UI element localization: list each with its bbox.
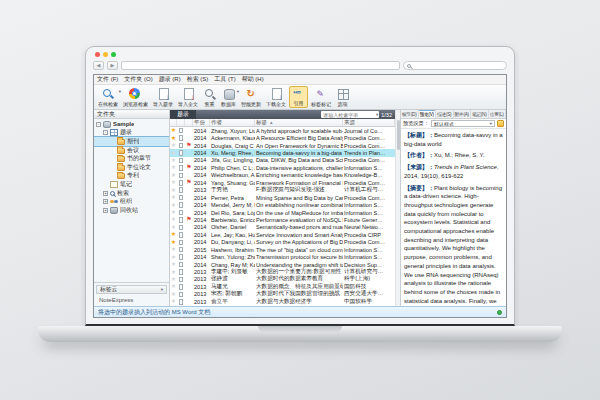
table-row[interactable]: ★ ⚑ 2015 Hashem, Ibrahim Ab… The rise of…: [170, 246, 395, 253]
tree-item[interactable]: 笔记: [94, 180, 169, 189]
tree-item[interactable]: + 检索: [94, 189, 169, 198]
star-icon[interactable]: ★: [171, 150, 176, 157]
table-row[interactable]: ★ ⚑ 2014 Zhang, Xuyun; Liu,… A hybrid ap…: [170, 127, 395, 134]
toolbar-button[interactable]: ▾ 导入题录: [151, 86, 175, 108]
tree-item[interactable]: 会议: [94, 146, 169, 155]
table-row[interactable]: ★ ⚑ 2014 Ackermann, Klaus; A… A Resource…: [170, 134, 395, 141]
tree-item[interactable]: + 组织: [94, 197, 169, 206]
star-icon[interactable]: ★: [171, 187, 176, 194]
tree-item[interactable]: 期刊: [94, 137, 169, 146]
close-window-icon[interactable]: [95, 52, 100, 57]
star-icon[interactable]: ★: [171, 127, 176, 134]
table-row[interactable]: ★ ⚑ 2014 Jifa, Gu; Lingling, Zh… Data, D…: [170, 157, 395, 164]
detail-tab[interactable]: 综述(S): [436, 110, 454, 118]
menu-item[interactable]: 工具 (T): [214, 75, 235, 84]
star-icon[interactable]: ★: [171, 194, 176, 201]
menu-item[interactable]: 题录 (R): [159, 75, 181, 84]
table-row[interactable]: ★ ⚑ 2014 Olsher, Daniel Semantically-bas…: [170, 224, 395, 231]
style-select[interactable]: 默认样式 ▾: [431, 120, 495, 127]
table-row[interactable]: ★ ⚑ 2014 Weichselbraun, A; G… Enriching …: [170, 172, 395, 179]
star-icon[interactable]: ★: [171, 239, 176, 246]
column-header-attachment[interactable]: [177, 119, 185, 126]
tree-item[interactable]: - Sample: [94, 120, 169, 129]
filter-field[interactable]: ▾: [321, 111, 379, 118]
expand-toggle-icon[interactable]: -: [96, 122, 101, 127]
detail-tab[interactable]: 附件(A): [454, 110, 472, 118]
toolbar-button[interactable]: ▾ 下载全文: [264, 86, 288, 108]
column-header-title[interactable]: 标题▲: [255, 119, 343, 126]
filter-input[interactable]: [321, 112, 376, 118]
zoom-window-icon[interactable]: [111, 52, 116, 57]
expand-toggle-icon[interactable]: +: [103, 191, 108, 196]
detail-tab[interactable]: 预览(V): [419, 110, 437, 118]
expand-toggle-icon[interactable]: -: [103, 130, 108, 135]
browser-search-field[interactable]: [403, 61, 507, 70]
table-row[interactable]: ★ ⚑ 2014 Xu, Meng; Rhee, Se… Becoming da…: [170, 149, 395, 156]
star-icon[interactable]: ★: [171, 209, 176, 216]
column-header-star[interactable]: [170, 119, 177, 126]
tree-item[interactable]: 学位论文: [94, 163, 169, 172]
star-icon[interactable]: ★: [171, 283, 176, 290]
star-icon[interactable]: ★: [171, 164, 176, 171]
menu-item[interactable]: 文件 (F): [97, 75, 118, 84]
forward-button[interactable]: ▶: [107, 61, 118, 70]
chevron-down-icon[interactable]: ▾: [161, 287, 163, 292]
list-scrollbar[interactable]: [395, 110, 400, 306]
toolbar-button[interactable]: ▾ 智能更新: [239, 86, 263, 108]
toolbar-button[interactable]: ▾ 在线检索: [96, 86, 120, 108]
tree-item[interactable]: 书的章节: [94, 154, 169, 163]
detail-tab[interactable]: 细节(D): [401, 110, 419, 118]
table-row[interactable]: ★ ⚑ 2014 Du, Danyang; Li, Ah… Survey on …: [170, 239, 395, 246]
table-row[interactable]: ★ ⚑ 2013 俞立平 大数据与大数据经济学 中国软科学: [170, 298, 395, 305]
toolbar-button[interactable]: ▾ 导入全文: [176, 86, 200, 108]
menu-item[interactable]: 检索 (S): [187, 75, 209, 84]
star-icon[interactable]: ★: [171, 135, 176, 142]
table-row[interactable]: ★ ⚑ 2014 Lee, Jay; Kao, Hung… Service In…: [170, 231, 395, 238]
toolbar-button[interactable]: ▾ 查重: [201, 86, 218, 108]
detail-tab[interactable]: 笔记(N): [471, 110, 489, 118]
tree-item[interactable]: - 题录: [94, 129, 169, 138]
star-icon[interactable]: ★: [171, 142, 176, 149]
detail-tab[interactable]: 位置(L): [489, 110, 507, 118]
menu-item[interactable]: 帮助 (H): [242, 75, 264, 84]
star-icon[interactable]: ★: [171, 179, 176, 186]
toolbar-button[interactable]: ▾ 浏览器检索: [121, 86, 150, 108]
star-icon[interactable]: ★: [171, 246, 176, 253]
star-icon[interactable]: ★: [171, 291, 176, 298]
table-row[interactable]: ★ ⚑ 2014 Douglas, Craig C An Open Framew…: [170, 142, 395, 149]
toolbar-button[interactable]: ▾ 选项: [334, 86, 351, 108]
table-row[interactable]: ★ ⚑ 2014 Barbierato, Enrico; G… Performa…: [170, 216, 395, 223]
menu-item[interactable]: 文件夹 (O): [124, 75, 152, 84]
table-row[interactable]: ★ ⚑ 2014 Shan, Yulong; Zhan… Transmissio…: [170, 253, 395, 260]
tag-item[interactable]: NoteExpress: [94, 296, 169, 304]
minimize-window-icon[interactable]: [103, 52, 108, 57]
star-icon[interactable]: ★: [171, 298, 176, 305]
table-row[interactable]: ★ ⚑ 2014 Philip Chen, C L; Zh… Data-inte…: [170, 164, 395, 171]
star-icon[interactable]: ★: [171, 172, 176, 179]
table-row[interactable]: ★ ⚑ 2014 Perner, Petra Mining Sparse and…: [170, 194, 395, 201]
toolbar-button[interactable]: ▾ 标签标记: [309, 86, 333, 108]
column-header-source[interactable]: 来源: [343, 119, 395, 126]
locate-icon[interactable]: [497, 120, 504, 127]
table-row[interactable]: ★ ⚑ 2013 于秀艳 F-数据挖掘与知识发现-综述 计算机工程与…: [170, 187, 395, 194]
star-icon[interactable]: ★: [171, 216, 176, 223]
column-header-year[interactable]: 年份: [193, 119, 210, 126]
records-tab[interactable]: 题录: [170, 110, 196, 119]
star-icon[interactable]: ★: [171, 269, 176, 276]
star-icon[interactable]: ★: [171, 157, 176, 164]
column-header-author[interactable]: 作者: [210, 119, 255, 126]
toolbar-button[interactable]: ▾ 数据库: [219, 86, 238, 108]
star-icon[interactable]: ★: [171, 224, 176, 231]
star-icon[interactable]: ★: [171, 202, 176, 209]
browser-search-input[interactable]: [413, 62, 503, 69]
address-bar[interactable]: [121, 61, 400, 70]
toolbar-button[interactable]: ▾ 引用: [289, 86, 308, 108]
scrollbar-thumb[interactable]: [397, 120, 401, 150]
star-icon[interactable]: ★: [171, 231, 176, 238]
star-icon[interactable]: ★: [171, 276, 176, 283]
tag-cloud-header-bar[interactable]: 标签云 ▾: [96, 285, 167, 294]
star-icon[interactable]: ★: [171, 261, 176, 268]
back-button[interactable]: ◀: [93, 61, 104, 70]
table-row[interactable]: ★ ⚑ 2014 Del Rio, Sara; López… On the us…: [170, 209, 395, 216]
column-header-flag[interactable]: [185, 119, 193, 126]
